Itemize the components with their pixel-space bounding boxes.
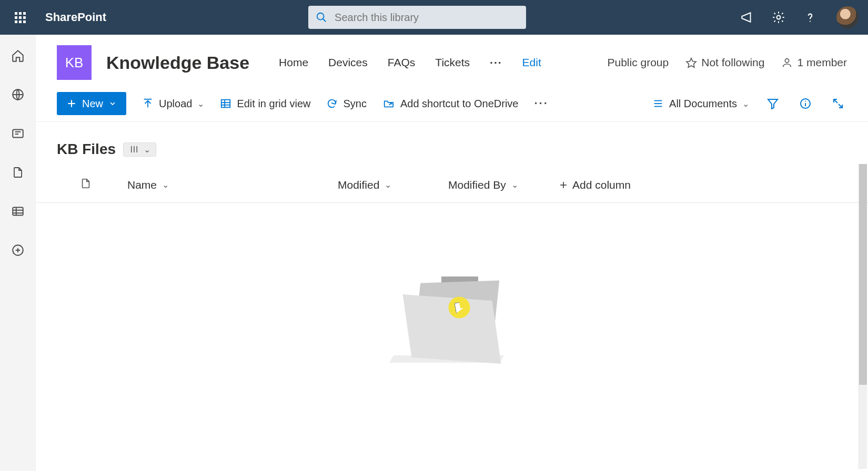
upload-button[interactable]: Upload ⌄	[142, 98, 204, 110]
command-bar: New Upload ⌄ Edit in grid view Sync Add …	[36, 86, 868, 122]
shortcut-label: Add shortcut to OneDrive	[400, 98, 519, 110]
add-column-label: Add column	[572, 179, 631, 191]
person-icon	[781, 57, 793, 68]
list-icon	[11, 204, 25, 218]
view-chip[interactable]: ⌄	[123, 142, 156, 157]
nav-tickets[interactable]: Tickets	[435, 56, 470, 69]
vertical-scrollbar[interactable]	[859, 164, 867, 469]
main-region: KB Knowledge Base Home Devices FAQs Tick…	[36, 35, 868, 471]
empty-state	[36, 277, 868, 366]
sync-button[interactable]: Sync	[326, 98, 366, 110]
shortcut-button[interactable]: Add shortcut to OneDrive	[382, 98, 519, 110]
file-icon	[12, 166, 24, 179]
news-icon	[11, 127, 25, 140]
help-button[interactable]	[802, 9, 819, 26]
site-header: KB Knowledge Base Home Devices FAQs Tick…	[36, 35, 868, 86]
column-modified-by[interactable]: Modified By ⌄	[448, 179, 553, 191]
follow-label: Not following	[701, 56, 764, 69]
site-meta: Public group Not following 1 member	[607, 56, 847, 69]
view-selector[interactable]: All Documents ⌄	[652, 98, 749, 110]
rail-files[interactable]	[7, 162, 28, 183]
chevron-down-icon: ⌄	[742, 99, 749, 109]
app-launcher-button[interactable]	[9, 7, 31, 28]
sync-label: Sync	[343, 98, 366, 110]
rail-create[interactable]	[7, 240, 28, 261]
filter-button[interactable]	[764, 95, 782, 112]
sync-icon	[326, 98, 338, 109]
expand-icon	[832, 97, 844, 110]
shortcut-icon	[382, 98, 395, 109]
chevron-down-icon: ⌄	[144, 145, 150, 155]
new-button[interactable]: New	[57, 92, 126, 115]
rail-home[interactable]	[7, 45, 28, 66]
nav-home[interactable]: Home	[279, 56, 308, 69]
global-nav-rail	[0, 35, 36, 471]
megaphone-button[interactable]	[739, 9, 755, 26]
globe-icon	[11, 88, 25, 101]
columns-icon	[129, 145, 139, 154]
nav-faqs[interactable]: FAQs	[388, 56, 416, 69]
upload-label: Upload	[159, 98, 192, 110]
rail-lists[interactable]	[7, 201, 28, 222]
view-label: All Documents	[669, 98, 737, 110]
members-button[interactable]: 1 member	[781, 56, 847, 69]
chevron-down-icon: ⌄	[197, 99, 204, 109]
site-group-type: Public group	[607, 56, 669, 69]
cursor-highlight-icon	[448, 296, 470, 319]
rail-news[interactable]	[7, 123, 28, 144]
svg-rect-8	[13, 207, 23, 215]
chevron-down-icon: ⌄	[162, 180, 169, 190]
column-modified[interactable]: Modified ⌄	[338, 179, 448, 191]
scrollbar-thumb[interactable]	[859, 164, 867, 385]
members-label: 1 member	[797, 56, 847, 69]
svg-rect-21	[221, 100, 230, 108]
search-box[interactable]	[308, 6, 526, 29]
avatar[interactable]	[836, 6, 859, 28]
settings-button[interactable]	[770, 9, 787, 26]
chevron-down-icon: ⌄	[385, 180, 391, 190]
column-name[interactable]: Name ⌄	[127, 179, 338, 191]
info-icon	[799, 97, 812, 110]
svg-rect-5	[13, 129, 23, 137]
site-title[interactable]: Knowledge Base	[106, 53, 249, 73]
column-modified-label: Modified	[338, 179, 379, 191]
svg-line-34	[839, 104, 842, 108]
grid-label: Edit in grid view	[237, 98, 310, 110]
library-title: KB Files	[57, 141, 116, 158]
expand-button[interactable]	[829, 95, 847, 112]
search-icon	[316, 12, 327, 23]
gear-icon	[772, 11, 785, 24]
svg-line-33	[834, 99, 837, 103]
star-icon	[685, 57, 697, 68]
new-label: New	[82, 98, 103, 110]
home-icon	[11, 49, 25, 63]
upload-icon	[142, 98, 154, 109]
more-commands-button[interactable]: ···	[534, 97, 549, 110]
megaphone-icon	[740, 11, 754, 24]
nav-edit[interactable]: Edit	[522, 56, 541, 69]
search-input[interactable]	[335, 12, 519, 24]
nav-more[interactable]: ···	[490, 56, 502, 69]
column-doctype[interactable]	[80, 177, 127, 193]
svg-point-0	[317, 13, 324, 20]
site-nav: Home Devices FAQs Tickets ··· Edit	[279, 56, 541, 69]
svg-point-3	[810, 21, 811, 22]
filter-icon	[766, 97, 779, 110]
suite-header: SharePoint	[0, 0, 868, 35]
rail-sites[interactable]	[7, 84, 28, 105]
help-icon	[803, 11, 817, 24]
view-icon	[652, 98, 664, 109]
nav-devices[interactable]: Devices	[328, 56, 368, 69]
site-logo[interactable]: KB	[57, 45, 92, 80]
app-brand[interactable]: SharePoint	[45, 11, 106, 24]
grid-edit-button[interactable]: Edit in grid view	[220, 98, 310, 110]
info-button[interactable]	[796, 95, 814, 112]
svg-point-2	[777, 16, 781, 19]
add-column-button[interactable]: Add column	[559, 179, 631, 191]
plus-circle-icon	[11, 243, 25, 257]
doc-icon	[80, 177, 92, 190]
follow-toggle[interactable]: Not following	[685, 56, 764, 69]
svg-marker-29	[768, 99, 778, 109]
command-bar-right: All Documents ⌄	[652, 95, 847, 112]
plus-icon	[559, 180, 568, 190]
